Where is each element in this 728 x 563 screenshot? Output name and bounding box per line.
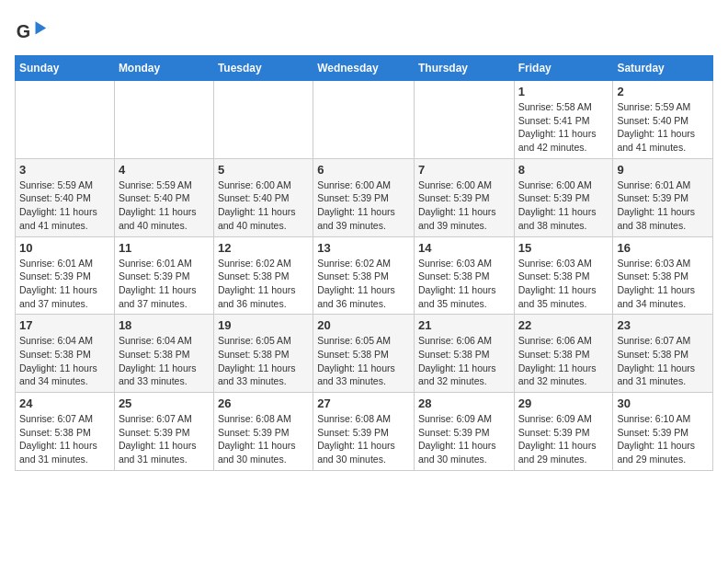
calendar-header-friday: Friday [514,56,613,81]
calendar-cell: 26Sunrise: 6:08 AMSunset: 5:39 PMDayligh… [213,393,313,471]
day-info: Sunrise: 6:09 AMSunset: 5:39 PMDaylight:… [518,412,609,466]
calendar-cell: 19Sunrise: 6:05 AMSunset: 5:38 PMDayligh… [213,315,313,393]
day-number: 1 [518,85,609,98]
calendar-header-sunday: Sunday [16,56,115,81]
day-number: 6 [317,163,410,177]
calendar-cell: 6Sunrise: 6:00 AMSunset: 5:39 PMDaylight… [313,158,415,236]
day-number: 8 [518,163,609,177]
calendar-cell: 14Sunrise: 6:03 AMSunset: 5:38 PMDayligh… [414,236,514,315]
day-info: Sunrise: 5:58 AMSunset: 5:41 PMDaylight:… [518,100,609,155]
page-header: G [15,15,713,48]
day-info: Sunrise: 6:04 AMSunset: 5:38 PMDaylight:… [19,334,110,388]
day-info: Sunrise: 6:01 AMSunset: 5:39 PMDaylight:… [617,178,709,233]
day-number: 3 [19,163,110,177]
day-number: 30 [617,396,709,410]
calendar-cell: 17Sunrise: 6:04 AMSunset: 5:38 PMDayligh… [16,315,115,393]
day-number: 9 [617,163,709,177]
day-number: 17 [19,318,110,332]
day-info: Sunrise: 5:59 AMSunset: 5:40 PMDaylight:… [617,100,709,155]
calendar-cell [16,81,115,159]
calendar-header-thursday: Thursday [414,56,514,81]
day-info: Sunrise: 6:03 AMSunset: 5:38 PMDaylight:… [617,257,709,311]
calendar-cell: 21Sunrise: 6:06 AMSunset: 5:38 PMDayligh… [414,315,514,393]
day-number: 28 [418,396,510,410]
calendar-cell: 10Sunrise: 6:01 AMSunset: 5:39 PMDayligh… [16,236,115,315]
day-info: Sunrise: 6:01 AMSunset: 5:39 PMDaylight:… [119,257,210,311]
calendar-cell: 8Sunrise: 6:00 AMSunset: 5:39 PMDaylight… [514,158,613,236]
day-info: Sunrise: 6:05 AMSunset: 5:38 PMDaylight:… [218,334,309,388]
day-number: 14 [418,241,510,255]
day-info: Sunrise: 6:06 AMSunset: 5:38 PMDaylight:… [518,334,609,388]
calendar-cell [414,81,514,159]
day-info: Sunrise: 5:59 AMSunset: 5:40 PMDaylight:… [19,178,110,233]
day-number: 20 [317,318,410,332]
calendar-cell: 1Sunrise: 5:58 AMSunset: 5:41 PMDaylight… [514,81,613,159]
calendar-cell: 24Sunrise: 6:07 AMSunset: 5:38 PMDayligh… [16,393,115,471]
calendar-header-saturday: Saturday [613,56,713,81]
calendar-cell: 18Sunrise: 6:04 AMSunset: 5:38 PMDayligh… [114,315,213,393]
calendar-week-3: 10Sunrise: 6:01 AMSunset: 5:39 PMDayligh… [16,236,713,315]
logo: G [15,15,51,48]
calendar-cell: 27Sunrise: 6:08 AMSunset: 5:39 PMDayligh… [313,393,415,471]
calendar-cell: 23Sunrise: 6:07 AMSunset: 5:38 PMDayligh… [613,315,713,393]
calendar-cell: 16Sunrise: 6:03 AMSunset: 5:38 PMDayligh… [613,236,713,315]
day-info: Sunrise: 6:03 AMSunset: 5:38 PMDaylight:… [518,257,609,311]
day-number: 23 [617,318,709,332]
calendar: SundayMondayTuesdayWednesdayThursdayFrid… [15,55,713,471]
day-number: 12 [218,241,309,255]
svg-marker-2 [36,21,47,34]
day-number: 11 [119,241,210,255]
day-number: 18 [119,318,210,332]
calendar-cell [213,81,313,159]
day-number: 29 [518,396,609,410]
calendar-header-monday: Monday [114,56,213,81]
day-number: 19 [218,318,309,332]
day-number: 15 [518,241,609,255]
day-number: 4 [119,163,210,177]
day-number: 22 [518,318,609,332]
day-number: 2 [617,85,709,98]
day-number: 16 [617,241,709,255]
calendar-cell: 15Sunrise: 6:03 AMSunset: 5:38 PMDayligh… [514,236,613,315]
day-info: Sunrise: 6:01 AMSunset: 5:39 PMDaylight:… [19,257,110,311]
day-info: Sunrise: 6:07 AMSunset: 5:39 PMDaylight:… [119,412,210,466]
day-number: 26 [218,396,309,410]
day-info: Sunrise: 6:04 AMSunset: 5:38 PMDaylight:… [119,334,210,388]
calendar-cell: 28Sunrise: 6:09 AMSunset: 5:39 PMDayligh… [414,393,514,471]
calendar-header-row: SundayMondayTuesdayWednesdayThursdayFrid… [16,56,713,81]
day-info: Sunrise: 6:00 AMSunset: 5:39 PMDaylight:… [317,178,410,233]
calendar-cell: 5Sunrise: 6:00 AMSunset: 5:40 PMDaylight… [213,158,313,236]
day-number: 7 [418,163,510,177]
day-info: Sunrise: 6:10 AMSunset: 5:39 PMDaylight:… [617,412,709,466]
logo-icon: G [15,15,48,48]
day-info: Sunrise: 6:00 AMSunset: 5:39 PMDaylight:… [518,178,609,233]
day-info: Sunrise: 6:00 AMSunset: 5:40 PMDaylight:… [218,178,309,233]
calendar-cell: 30Sunrise: 6:10 AMSunset: 5:39 PMDayligh… [613,393,713,471]
day-info: Sunrise: 6:03 AMSunset: 5:38 PMDaylight:… [418,257,510,311]
calendar-cell: 7Sunrise: 6:00 AMSunset: 5:39 PMDaylight… [414,158,514,236]
calendar-cell [114,81,213,159]
day-number: 21 [418,318,510,332]
calendar-cell: 3Sunrise: 5:59 AMSunset: 5:40 PMDaylight… [16,158,115,236]
calendar-week-5: 24Sunrise: 6:07 AMSunset: 5:38 PMDayligh… [16,393,713,471]
calendar-cell: 4Sunrise: 5:59 AMSunset: 5:40 PMDaylight… [114,158,213,236]
calendar-cell: 20Sunrise: 6:05 AMSunset: 5:38 PMDayligh… [313,315,415,393]
calendar-cell: 9Sunrise: 6:01 AMSunset: 5:39 PMDaylight… [613,158,713,236]
calendar-week-2: 3Sunrise: 5:59 AMSunset: 5:40 PMDaylight… [16,158,713,236]
calendar-header-wednesday: Wednesday [313,56,415,81]
calendar-cell: 22Sunrise: 6:06 AMSunset: 5:38 PMDayligh… [514,315,613,393]
day-info: Sunrise: 6:07 AMSunset: 5:38 PMDaylight:… [617,334,709,388]
day-number: 5 [218,163,309,177]
calendar-cell: 13Sunrise: 6:02 AMSunset: 5:38 PMDayligh… [313,236,415,315]
svg-text:G: G [17,21,30,41]
calendar-week-4: 17Sunrise: 6:04 AMSunset: 5:38 PMDayligh… [16,315,713,393]
day-info: Sunrise: 6:02 AMSunset: 5:38 PMDaylight:… [218,257,309,311]
day-number: 27 [317,396,410,410]
calendar-cell: 2Sunrise: 5:59 AMSunset: 5:40 PMDaylight… [613,81,713,159]
day-number: 24 [19,396,110,410]
day-info: Sunrise: 5:59 AMSunset: 5:40 PMDaylight:… [119,178,210,233]
calendar-week-1: 1Sunrise: 5:58 AMSunset: 5:41 PMDaylight… [16,81,713,159]
day-info: Sunrise: 6:09 AMSunset: 5:39 PMDaylight:… [418,412,510,466]
day-info: Sunrise: 6:08 AMSunset: 5:39 PMDaylight:… [317,412,410,466]
day-number: 10 [19,241,110,255]
